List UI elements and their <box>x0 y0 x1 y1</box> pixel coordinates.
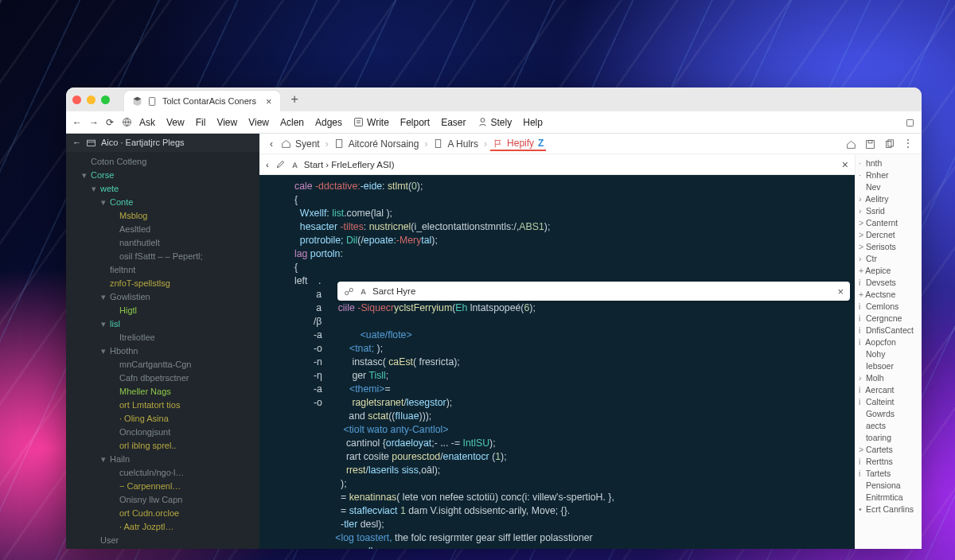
outline-item[interactable]: + Aepice <box>859 265 918 277</box>
outline-item[interactable]: i Aercant <box>859 384 918 396</box>
action-save-icon[interactable] <box>864 138 875 149</box>
menu-help[interactable]: Help <box>519 115 547 130</box>
tree-item[interactable]: ▾Corse <box>76 169 259 182</box>
tree-item[interactable]: User <box>76 534 259 547</box>
outline-item[interactable]: i Cemlons <box>859 301 918 313</box>
crumb-1[interactable]: Syent <box>279 137 322 151</box>
tree-item[interactable]: nanthutlelt <box>76 236 259 250</box>
tree-item[interactable]: Higtl <box>76 304 259 317</box>
outline-item[interactable]: i DnfisCantect <box>859 325 918 336</box>
outline-item[interactable]: Enitrmtica <box>859 492 918 504</box>
tree-item[interactable]: Cafn dbpetrsctner <box>76 371 259 385</box>
outline-item[interactable]: • Ecrt Canrlins <box>859 504 918 515</box>
outline-item[interactable]: toaring <box>859 432 918 444</box>
tree-item[interactable]: · Oling Asina <box>76 412 259 426</box>
tree-item[interactable]: Mheller Nags <box>76 385 259 399</box>
tree-item[interactable]: Coton Cotleng <box>76 155 259 169</box>
tree-item[interactable]: fieltnnt <box>76 263 259 277</box>
outline-item[interactable]: · Rnher <box>859 169 918 181</box>
outline-item[interactable]: Pensiona <box>859 480 918 492</box>
outline-item[interactable]: i Cergncne <box>859 313 918 325</box>
tab-close-icon[interactable]: × <box>266 95 272 107</box>
tree-item[interactable]: Onisny llw Capn <box>76 493 259 507</box>
menu-write[interactable]: Write <box>349 115 393 130</box>
tree-item[interactable]: orl iblng sprel.. <box>76 439 259 453</box>
crumb-3[interactable]: A Hulrs <box>431 137 481 151</box>
overflow-button[interactable] <box>905 116 915 127</box>
tree-item[interactable]: − Carpennenl… <box>76 480 259 493</box>
outline-item[interactable]: i Rerttns <box>859 456 918 468</box>
menu-easer[interactable]: Easer <box>437 115 470 130</box>
tree-item[interactable]: Onclongjsunt <box>76 426 259 439</box>
action-home-icon[interactable] <box>845 138 856 149</box>
tree-item[interactable]: mnCartgantta-Cgn <box>76 358 259 371</box>
menu-view2[interactable]: View <box>244 115 273 130</box>
outline-item[interactable]: aects <box>859 420 918 432</box>
outline-item[interactable]: > Serisots <box>859 241 918 253</box>
breadcrumb-back-icon[interactable]: ‹ <box>264 138 279 150</box>
menu-vew[interactable]: Vew <box>162 115 189 130</box>
outline-item[interactable]: i Aopcfon <box>859 336 918 348</box>
action-copy-icon[interactable] <box>883 138 895 149</box>
outline-item[interactable]: i Devsets <box>859 277 918 289</box>
nav-back-icon[interactable]: ← <box>72 117 82 128</box>
tree-item[interactable]: cuelctuln/ngo·l… <box>76 466 259 480</box>
outline-pane[interactable]: · hnth· Rnher Nev› Aelitry› Ssrid> Cante… <box>855 154 922 549</box>
outline-item[interactable]: Iebsoer <box>859 360 918 372</box>
tree-item[interactable]: ▾Hailn <box>76 453 259 466</box>
tree-item[interactable]: ▾wete <box>76 182 259 196</box>
outline-item[interactable]: › Molh <box>859 372 918 384</box>
outline-item[interactable]: Nev <box>859 181 918 193</box>
new-tab-button[interactable]: + <box>286 92 303 107</box>
browser-tab[interactable]: Tolct ContarAcis Coners × <box>124 91 280 111</box>
window-close[interactable] <box>72 95 81 104</box>
sidebar-back-icon[interactable]: ← <box>72 138 81 147</box>
tree-item[interactable]: ort Cudn.orcloe <box>76 507 259 520</box>
outline-item[interactable]: i Calteint <box>859 396 918 408</box>
outline-item[interactable]: Nohy <box>859 348 918 360</box>
outline-item[interactable]: Gowrds <box>859 408 918 420</box>
outline-item[interactable]: > Dercnet <box>859 229 918 241</box>
nav-forward-icon[interactable]: → <box>89 117 99 128</box>
outline-item[interactable]: › Ctr <box>859 253 918 265</box>
outline-item[interactable]: > Canternt <box>859 217 918 229</box>
outline-item[interactable]: › Aelitry <box>859 193 918 205</box>
editor-close-icon[interactable]: × <box>842 158 848 171</box>
menu-adges[interactable]: Adges <box>311 115 346 130</box>
crumb-2[interactable]: Aitcoré Norsaing <box>332 137 422 151</box>
tree-item[interactable]: Gnellv Curtielll.A tisg pre <box>76 547 259 549</box>
tree-item[interactable]: Aesltled <box>76 223 259 236</box>
menu-ask[interactable]: Ask <box>135 115 159 130</box>
tree-item[interactable]: · Aatr Jozptl… <box>76 520 259 534</box>
menu-felport[interactable]: Felport <box>396 115 434 130</box>
window-maximize[interactable] <box>101 95 110 104</box>
tree-item[interactable]: znfoT-spellstlsg <box>76 277 259 290</box>
inline-search-close-icon[interactable]: × <box>837 286 844 298</box>
menu-aclen[interactable]: Aclen <box>276 115 308 130</box>
outline-item[interactable]: · hnth <box>859 158 918 169</box>
editor-back-icon[interactable]: ‹ <box>266 160 269 169</box>
tree-item[interactable]: ▾lisl <box>76 317 259 331</box>
outline-item[interactable]: > Cartets <box>859 444 918 456</box>
tree-item[interactable]: Msblog <box>76 209 259 223</box>
nav-reload-icon[interactable]: ⟳ <box>106 117 114 128</box>
inline-search-bar[interactable]: ᴀ Sarct Hyre × <box>337 282 850 301</box>
window-minimize[interactable] <box>87 95 96 104</box>
file-tree[interactable]: Coton Cotleng▾Corse▾wete▾ConteMsblogAesl… <box>66 152 259 549</box>
menu-view1[interactable]: View <box>212 115 241 130</box>
tree-item[interactable]: ▾Conte <box>76 196 259 209</box>
menu-fil[interactable]: Fil <box>192 115 210 130</box>
code-editor[interactable]: cale -ddctative:-eide: stlmt(0);{ Wxellf… <box>259 175 855 549</box>
outline-item[interactable]: i Tartets <box>859 468 918 480</box>
menu-stely[interactable]: Stely <box>474 115 516 130</box>
action-more-icon[interactable]: ⋮ <box>902 138 914 149</box>
tree-item[interactable]: ▾Gowlistien <box>76 290 259 304</box>
tree-item[interactable]: Itreliotlee <box>76 331 259 344</box>
tree-item[interactable]: ort Lmtatort tios <box>76 399 259 412</box>
crumb-4[interactable]: Hepify Z <box>490 136 546 151</box>
tree-item[interactable]: ▾Hbothn <box>76 344 259 358</box>
tree-item[interactable]: osil fSattt – – Pepertl; <box>76 250 259 263</box>
outline-item[interactable]: + Aectsne <box>859 289 918 301</box>
sidebar-header[interactable]: ← Aico · Eartjatjrc Plegs <box>66 134 259 152</box>
outline-item[interactable]: › Ssrid <box>859 205 918 217</box>
